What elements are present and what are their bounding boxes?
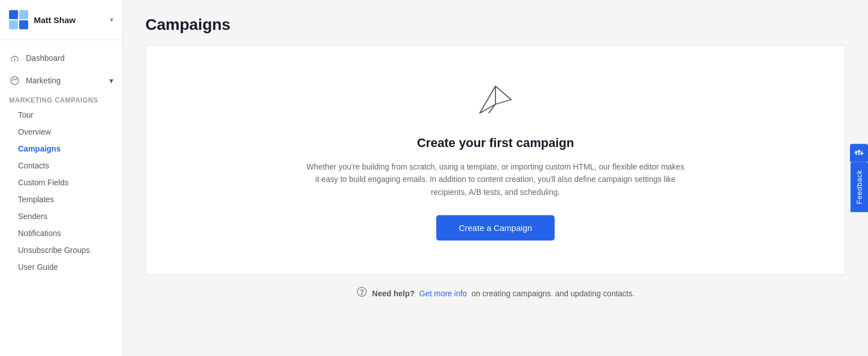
marketing-icon xyxy=(9,75,20,86)
page-header: Campaigns xyxy=(123,0,868,45)
sidebar-item-custom-fields[interactable]: Custom Fields xyxy=(0,174,122,191)
main-nav: Dashboard Marketing ▾ Marketing Campaign… xyxy=(0,40,122,282)
empty-state-heading: Create your first campaign xyxy=(417,136,574,150)
sidebar-item-campaigns[interactable]: Campaigns xyxy=(0,140,122,157)
user-chevron-icon: ▾ xyxy=(110,16,113,24)
empty-state-description: Whether you're building from scratch, us… xyxy=(304,161,687,198)
feedback-panel: Feedback xyxy=(850,144,868,212)
sidebar-item-senders[interactable]: Senders xyxy=(0,208,122,225)
user-menu[interactable]: Matt Shaw ▾ xyxy=(0,0,122,40)
svg-rect-14 xyxy=(857,150,861,152)
campaigns-content: Create your first campaign Whether you'r… xyxy=(123,45,868,356)
sidebar-item-contacts[interactable]: Contacts xyxy=(0,157,122,174)
marketing-chevron-icon: ▾ xyxy=(109,76,113,85)
svg-rect-13 xyxy=(854,152,858,153)
svg-point-9 xyxy=(361,294,362,295)
sidebar-item-overview[interactable]: Overview xyxy=(0,123,122,140)
sidebar-item-tour[interactable]: Tour xyxy=(0,106,122,123)
sidebar-item-templates[interactable]: Templates xyxy=(0,191,122,208)
page-title: Campaigns xyxy=(145,16,845,34)
help-prefix: Need help? xyxy=(372,289,414,298)
help-suffix: on creating campaigns. and updating cont… xyxy=(471,289,635,298)
main-content-area: Campaigns Create your first campaign Whe… xyxy=(123,0,868,356)
svg-rect-1 xyxy=(19,10,28,19)
app-logo xyxy=(9,10,28,29)
svg-rect-2 xyxy=(9,20,18,29)
marketing-section-label: Marketing Campaigns xyxy=(0,92,122,106)
feedback-adjust-icon xyxy=(850,144,868,162)
sidebar: Matt Shaw ▾ Dashboard xyxy=(0,0,123,356)
sidebar-item-dashboard[interactable]: Dashboard xyxy=(0,47,122,69)
help-section: Need help? Get more info on creating cam… xyxy=(145,275,845,312)
dashboard-label: Dashboard xyxy=(26,54,65,63)
svg-rect-0 xyxy=(9,10,18,19)
help-icon xyxy=(356,286,367,300)
create-campaign-button[interactable]: Create a Campaign xyxy=(436,215,555,241)
sidebar-item-notifications[interactable]: Notifications xyxy=(0,225,122,242)
paper-plane-icon xyxy=(475,79,516,122)
help-link[interactable]: Get more info xyxy=(419,289,467,298)
dashboard-icon xyxy=(9,52,20,64)
empty-state-card: Create your first campaign Whether you'r… xyxy=(145,45,845,275)
svg-rect-15 xyxy=(860,153,863,154)
sidebar-item-unsubscribe-groups[interactable]: Unsubscribe Groups xyxy=(0,242,122,259)
svg-rect-3 xyxy=(19,20,28,29)
user-name-label: Matt Shaw xyxy=(34,15,110,25)
sidebar-item-user-guide[interactable]: User Guide xyxy=(0,259,122,275)
feedback-button[interactable]: Feedback xyxy=(851,162,868,212)
sidebar-item-marketing[interactable]: Marketing ▾ xyxy=(0,69,122,92)
svg-rect-11 xyxy=(858,149,860,155)
marketing-label: Marketing xyxy=(26,76,60,85)
svg-point-4 xyxy=(11,77,19,84)
